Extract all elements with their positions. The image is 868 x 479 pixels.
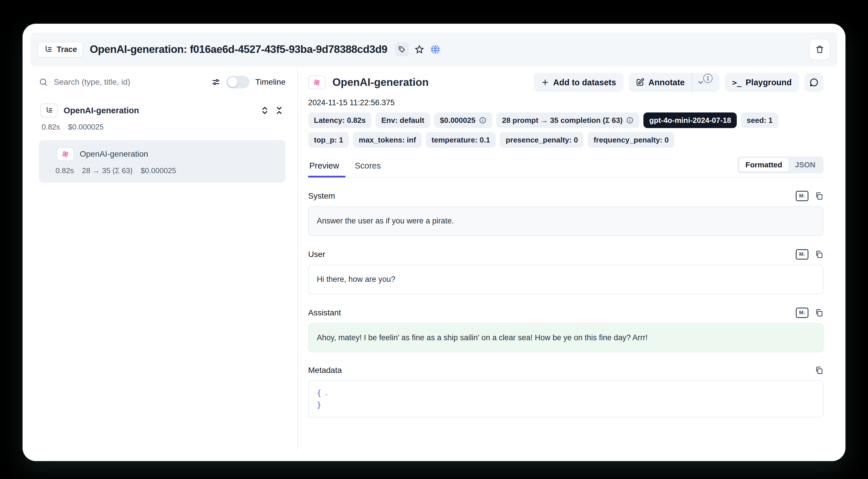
trace-tree-sidebar: Timeline OpenAI-generation: [31, 66, 298, 450]
observation-timestamp: 2024-11-15 11:22:56.375: [308, 98, 824, 107]
markdown-toggle-icon[interactable]: M↓: [796, 307, 808, 318]
system-label: System: [308, 191, 335, 201]
tree-root-metrics: 0.82s $0.000025: [42, 123, 286, 131]
latency-badge: Latency: 0.82s: [308, 113, 371, 128]
generation-badge: [308, 76, 326, 89]
user-message-box: Hi there, how are you?: [308, 265, 824, 294]
json-collapse-caret[interactable]: ⌄: [324, 390, 329, 397]
tag-icon: [398, 46, 406, 54]
cost-badge[interactable]: $0.000025: [434, 113, 492, 128]
root-cost: $0.000025: [68, 123, 104, 131]
annotate-split-button: Annotate 1: [629, 73, 719, 92]
section-system: System M↓ Answer the user as if you were…: [308, 191, 824, 236]
section-assistant: Assistant M↓ Ahoy, matey! I be feelin' a…: [308, 307, 824, 353]
comment-bubble-icon: [809, 78, 818, 87]
assistant-message-box: Ahoy, matey! I be feelin' as fine as a s…: [308, 323, 824, 353]
playground-button[interactable]: >_ Playground: [725, 73, 799, 92]
comments-button[interactable]: [804, 73, 824, 92]
json-line-close: }: [317, 399, 815, 411]
formatted-json-toggle: Formatted JSON: [737, 156, 824, 174]
markdown-toggle-icon[interactable]: M↓: [796, 249, 808, 260]
assistant-label: Assistant: [308, 308, 341, 318]
trace-type-badge: Trace: [38, 41, 84, 58]
tree-root-node[interactable]: OpenAI-generation: [39, 103, 286, 117]
user-label: User: [308, 250, 325, 259]
copy-icon[interactable]: [815, 366, 824, 375]
openai-pinwheel-icon: [61, 150, 70, 158]
metadata-json-box: {⌄ }: [308, 380, 824, 417]
child-tokens: 28 → 35 (Σ 63): [82, 166, 133, 175]
page-title: OpenAI-generation: f016ae6d-4527-43f5-93…: [90, 43, 388, 56]
filter-sliders-icon[interactable]: [211, 78, 221, 87]
trace-badge-label: Trace: [57, 45, 77, 54]
annotate-button[interactable]: Annotate: [629, 73, 692, 92]
json-line-open[interactable]: {⌄: [317, 387, 815, 399]
globe-icon: [430, 44, 440, 55]
toggle-json[interactable]: JSON: [788, 158, 822, 172]
system-message-box: Answer the user as if you were a pirate.: [308, 206, 824, 236]
tab-preview[interactable]: Preview: [308, 161, 345, 178]
star-icon: [414, 44, 424, 54]
content-area: Timeline OpenAI-generation: [31, 66, 837, 450]
trace-titlebar: Trace OpenAI-generation: f016ae6d-4527-4…: [31, 32, 837, 66]
token-usage-badge[interactable]: 28 prompt → 35 completion (Σ 63): [496, 113, 639, 128]
timeline-toggle[interactable]: [226, 76, 249, 88]
max-tokens-badge: max_tokens: inf: [353, 132, 422, 148]
toggle-formatted[interactable]: Formatted: [739, 158, 788, 172]
metadata-label: Metadata: [308, 366, 342, 375]
generation-node-badge: [57, 147, 74, 161]
frequency-penalty-badge: frequency_penalty: 0: [588, 132, 674, 148]
observation-detail-panel: OpenAI-generation Add to datasets: [298, 66, 837, 450]
trash-icon: [815, 45, 824, 54]
observation-title: OpenAI-generation: [332, 76, 429, 88]
copy-icon[interactable]: [815, 308, 824, 317]
root-latency: 0.82s: [42, 123, 60, 131]
search-row: Timeline: [39, 71, 286, 93]
copy-icon[interactable]: [815, 250, 824, 259]
trace-tree-icon: [44, 45, 53, 54]
trace-node-badge: [40, 103, 58, 117]
info-icon: [626, 117, 633, 124]
seed-badge: seed: 1: [741, 113, 778, 128]
annotation-count-badge: 1: [703, 74, 712, 83]
star-button[interactable]: [414, 44, 424, 54]
timeline-toggle-label: Timeline: [255, 78, 286, 87]
delete-trace-button[interactable]: [809, 39, 830, 60]
collapse-all-icon[interactable]: [275, 106, 284, 115]
plus-icon: [541, 78, 549, 86]
annotate-dropdown-button[interactable]: 1: [692, 73, 719, 92]
markdown-toggle-icon[interactable]: M↓: [796, 191, 808, 201]
child-cost: $0.000025: [141, 166, 176, 175]
openai-pinwheel-icon: [312, 78, 321, 87]
info-icon: [479, 117, 487, 124]
terminal-icon: >_: [732, 78, 742, 87]
app-window: Trace OpenAI-generation: f016ae6d-4527-4…: [23, 24, 845, 461]
tree-child-metrics: 0.82s 28 → 35 (Σ 63) $0.000025: [56, 166, 279, 175]
tree-child-node-selected[interactable]: OpenAI-generation 0.82s 28 → 35 (Σ 63) $…: [39, 140, 286, 183]
temperature-badge: temperature: 0.1: [426, 132, 496, 148]
observation-header: OpenAI-generation Add to datasets: [308, 73, 824, 92]
section-user: User M↓ Hi there, how are you?: [308, 249, 824, 294]
metadata-badges: Latency: 0.82s Env: default $0.000025 28…: [308, 113, 817, 148]
add-to-datasets-button[interactable]: Add to datasets: [534, 73, 624, 92]
copy-icon[interactable]: [815, 192, 824, 200]
public-link-button[interactable]: [430, 44, 440, 55]
tab-scores[interactable]: Scores: [353, 161, 387, 178]
detail-tabs: Preview Scores Formatted JSON: [308, 156, 824, 178]
presence-penalty-badge: presence_penalty: 0: [500, 132, 584, 148]
tree-child-label: OpenAI-generation: [80, 149, 148, 159]
search-input[interactable]: [54, 78, 206, 87]
model-badge[interactable]: gpt-4o-mini-2024-07-18: [643, 113, 737, 128]
section-metadata: Metadata {⌄ }: [308, 366, 824, 417]
env-badge: Env: default: [375, 113, 430, 128]
toggle-knob: [228, 77, 238, 87]
expand-all-icon[interactable]: [260, 106, 269, 115]
child-latency: 0.82s: [56, 166, 74, 175]
trace-tree: OpenAI-generation: [39, 103, 286, 183]
search-icon: [39, 78, 48, 87]
top-p-badge: top_p: 1: [308, 132, 349, 148]
trace-tree-icon: [45, 107, 53, 115]
annotate-pencil-icon: [636, 78, 644, 87]
tree-root-label: OpenAI-generation: [64, 106, 254, 115]
tag-button[interactable]: [395, 42, 409, 56]
